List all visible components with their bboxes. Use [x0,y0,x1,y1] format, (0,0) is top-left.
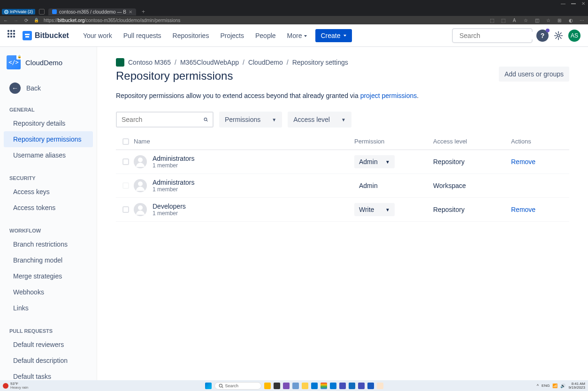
inprivate-badge[interactable]: InPrivate (2) [2,9,35,15]
weather-widget[interactable]: 53°F Heavy rain [3,382,28,390]
back-button[interactable]: ← Back [0,78,97,98]
link-repository-permissions[interactable]: Repository permissions [4,131,93,147]
row-checkbox[interactable] [122,206,129,213]
favorite-icon[interactable]: ☆ [522,18,529,23]
taskbar-app-icon[interactable] [321,383,327,389]
row-name[interactable]: Administrators [153,179,194,186]
nav-your-work[interactable]: Your work [78,29,117,42]
taskbar-app-icon[interactable] [339,383,346,389]
row-name[interactable]: Developers [153,203,186,210]
window-maximize-icon[interactable] [571,3,576,4]
link-branch-restrictions[interactable]: Branch restrictions [4,236,93,252]
bc-repo[interactable]: CloudDemo [248,59,283,66]
taskbar-search[interactable]: Search [214,382,261,390]
nav-back-icon[interactable]: ← [3,18,8,23]
taskbar-app-icon[interactable] [367,383,374,389]
nav-pull-requests[interactable]: Pull requests [119,29,166,42]
taskbar-app-icon[interactable] [274,383,280,389]
tab-close-icon[interactable]: ✕ [129,9,132,15]
taskbar-app-icon[interactable] [302,383,308,389]
taskbar-app-icon[interactable] [358,383,365,389]
taskbar-app-icon[interactable] [377,383,383,389]
start-icon[interactable] [205,383,212,389]
app-switcher-icon[interactable] [8,30,19,41]
select-all-checkbox[interactable] [122,138,129,145]
filter-permissions[interactable]: Permissions ▼ [219,112,282,128]
lock-icon[interactable]: 🔒 [34,18,39,23]
read-aloud-icon[interactable]: A [511,18,518,23]
link-default-reviewers[interactable]: Default reviewers [4,337,93,353]
link-repository-details[interactable]: Repository details [4,115,93,131]
heading-security: SECURITY [0,171,97,184]
svg-point-5 [219,384,222,387]
link-default-tasks[interactable]: Default tasks [4,368,93,380]
user-avatar[interactable]: AS [568,30,580,42]
link-default-description[interactable]: Default description [4,353,93,368]
project-permissions-link[interactable]: project permissions [360,92,417,99]
favorites-bar-icon[interactable]: ☆ [545,18,551,23]
tray-lang[interactable]: ENG [542,383,550,388]
permission-value: Write [359,206,374,213]
global-search[interactable] [452,28,533,43]
tray-wifi-icon[interactable]: 📶 [552,383,557,388]
nav-people[interactable]: People [251,29,281,42]
settings-icon[interactable] [552,30,565,42]
row-checkbox[interactable] [122,182,129,189]
repo-header[interactable]: </> 🔒 CloudDemo [0,47,97,78]
taskbar-clock[interactable]: 8:41 AM 9/19/2023 [568,382,585,390]
link-branching-model[interactable]: Branching model [4,252,93,268]
bc-project[interactable]: M365CloudWebApp [180,59,239,66]
taskbar-app-icon[interactable] [330,383,336,389]
remove-button[interactable]: Remove [511,158,535,165]
window-titlebar: ✕ [0,0,588,8]
more-icon[interactable]: ⋯ [579,18,585,23]
add-users-button[interactable]: Add users or groups [499,67,569,82]
bc-sep: / [287,59,289,66]
bc-workspace[interactable]: Contoso M365 [128,59,171,66]
search-input[interactable] [459,32,542,39]
taskbar-app-icon[interactable] [349,383,355,389]
link-username-aliases[interactable]: Username aliases [4,147,93,163]
help-icon[interactable]: ? [536,30,549,42]
filter-search[interactable] [116,112,214,128]
shopping-icon[interactable]: ⬚ [489,18,495,23]
permission-select[interactable]: Admin ▼ [354,155,395,168]
row-members: 1 member [153,162,194,169]
extensions-icon[interactable]: ⬚ [500,18,506,23]
url-text[interactable]: https://bitbucket.org/contoso-m365/cloud… [44,18,484,23]
link-access-keys[interactable]: Access keys [4,184,93,200]
task-view-icon[interactable] [264,383,271,389]
row-checkbox[interactable] [122,158,129,165]
tab-overview-icon[interactable] [39,9,45,15]
filter-access-level[interactable]: Access level ▼ [288,112,351,128]
filter-search-input[interactable] [122,116,204,123]
main-content: Contoso M365 / M365CloudWebApp / CloudDe… [97,47,588,380]
split-icon[interactable]: ◫ [534,18,540,23]
bitbucket-logo[interactable]: Bitbucket [23,31,69,40]
nav-projects[interactable]: Projects [215,29,249,42]
create-button[interactable]: Create [315,29,352,42]
browser-tab[interactable]: contoso-m365 / clouddemo — B ✕ [48,8,136,15]
permission-select[interactable]: Write ▼ [354,203,395,216]
tray-volume-icon[interactable]: 🔊 [560,383,565,388]
tray-chevron-icon[interactable]: ^ [537,383,539,388]
bc-settings[interactable]: Repository settings [292,59,348,66]
remove-button[interactable]: Remove [511,206,535,213]
taskbar-app-icon[interactable] [292,383,299,389]
nav-repositories[interactable]: Repositories [168,29,214,42]
profile-icon[interactable]: ◐ [567,18,574,23]
taskbar-app-icon[interactable] [283,383,290,389]
workspace-icon [116,58,124,67]
row-name[interactable]: Administrators [153,155,194,162]
collections-icon[interactable]: ⊞ [556,18,563,23]
link-merge-strategies[interactable]: Merge strategies [4,268,93,284]
nav-reload-icon[interactable]: ⟳ [23,18,29,23]
link-webhooks[interactable]: Webhooks [4,284,93,300]
nav-more[interactable]: More [283,29,312,42]
taskbar-app-icon[interactable] [311,383,318,389]
link-links[interactable]: Links [4,300,93,316]
window-minimize-icon[interactable] [561,3,565,4]
new-tab-button[interactable]: + [140,8,147,15]
link-access-tokens[interactable]: Access tokens [4,200,93,216]
chevron-down-icon: ▼ [385,159,390,165]
